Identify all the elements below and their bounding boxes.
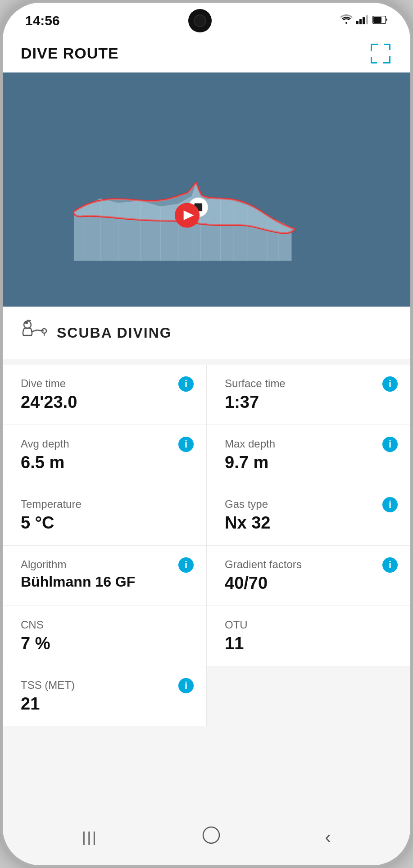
stat-avg-depth: Avg depth 6.5 m i bbox=[3, 425, 207, 485]
svg-rect-5 bbox=[373, 17, 381, 23]
stat-cns-value: 7 % bbox=[21, 634, 188, 653]
stat-dive-time-value: 24'23.0 bbox=[21, 393, 188, 412]
bottom-nav: ||| ‹ bbox=[3, 816, 410, 865]
stat-dive-time-label: Dive time bbox=[21, 377, 188, 390]
stat-max-depth-label: Max depth bbox=[225, 438, 392, 450]
stat-gas-type-label: Gas type bbox=[225, 498, 392, 511]
nav-home-button[interactable] bbox=[202, 826, 220, 848]
stat-avg-depth-label: Avg depth bbox=[21, 438, 188, 450]
gas-type-info-button[interactable]: i bbox=[382, 497, 398, 512]
stats-row-3: Temperature 5 °C Gas type Nx 32 i bbox=[3, 485, 410, 546]
gradient-factors-info-button[interactable]: i bbox=[382, 557, 398, 573]
stat-cns-label: CNS bbox=[21, 619, 188, 631]
stat-dive-time: Dive time 24'23.0 i bbox=[3, 365, 207, 425]
stat-empty bbox=[207, 666, 410, 726]
svg-rect-6 bbox=[3, 74, 410, 305]
stat-algorithm-label: Algorithm bbox=[21, 558, 188, 571]
stat-gradient-factors: Gradient factors 40/70 i bbox=[207, 546, 410, 606]
phone-frame: 14:56 bbox=[0, 0, 413, 868]
header-title: DIVE ROUTE bbox=[21, 45, 119, 62]
camera-notch bbox=[188, 9, 212, 32]
svg-rect-27 bbox=[203, 827, 219, 843]
algorithm-info-button[interactable]: i bbox=[178, 557, 194, 573]
svg-rect-0 bbox=[356, 21, 359, 24]
stat-max-depth: Max depth 9.7 m i bbox=[207, 425, 410, 485]
camera-lens bbox=[194, 14, 206, 27]
avg-depth-info-button[interactable]: i bbox=[178, 437, 194, 452]
tss-info-button[interactable]: i bbox=[178, 678, 194, 693]
header: DIVE ROUTE bbox=[3, 34, 410, 72]
stat-surface-time: Surface time 1:37 i bbox=[207, 365, 410, 425]
battery-icon bbox=[372, 16, 388, 26]
stat-surface-time-label: Surface time bbox=[225, 377, 392, 390]
stat-max-depth-value: 9.7 m bbox=[225, 453, 392, 472]
stats-row-6: TSS (MET) 21 i bbox=[3, 666, 410, 726]
stat-temperature-value: 5 °C bbox=[21, 513, 188, 533]
status-icons bbox=[340, 14, 388, 27]
dive-time-info-button[interactable]: i bbox=[178, 376, 194, 392]
stat-gradient-factors-label: Gradient factors bbox=[225, 558, 392, 571]
stats-row-1: Dive time 24'23.0 i Surface time 1:37 i bbox=[3, 365, 410, 425]
svg-rect-2 bbox=[363, 17, 365, 24]
max-depth-info-button[interactable]: i bbox=[382, 437, 398, 452]
nav-menu-button[interactable]: ||| bbox=[82, 829, 97, 845]
stat-gradient-factors-value: 40/70 bbox=[225, 574, 392, 593]
stat-otu-label: OTU bbox=[225, 619, 392, 631]
stat-temperature-label: Temperature bbox=[21, 498, 188, 511]
stat-surface-time-value: 1:37 bbox=[225, 393, 392, 412]
stats-row-4: Algorithm Bühlmann 16 GF i Gradient fact… bbox=[3, 546, 410, 606]
stat-tss: TSS (MET) 21 i bbox=[3, 666, 207, 726]
stat-gas-type: Gas type Nx 32 i bbox=[207, 485, 410, 545]
stat-algorithm: Algorithm Bühlmann 16 GF i bbox=[3, 546, 207, 606]
svg-rect-1 bbox=[359, 19, 362, 24]
stats-row-2: Avg depth 6.5 m i Max depth 9.7 m i bbox=[3, 425, 410, 485]
scuba-icon bbox=[21, 319, 48, 346]
dive-route-map[interactable] bbox=[3, 72, 410, 307]
stat-tss-label: TSS (MET) bbox=[21, 679, 188, 692]
stat-gas-type-value: Nx 32 bbox=[225, 513, 392, 533]
stat-temperature: Temperature 5 °C bbox=[3, 485, 207, 545]
activity-header: SCUBA DIVING bbox=[3, 307, 410, 359]
stat-cns: CNS 7 % bbox=[3, 606, 207, 666]
stat-otu: OTU 11 bbox=[207, 606, 410, 666]
stat-otu-value: 11 bbox=[225, 634, 392, 653]
stat-tss-value: 21 bbox=[21, 694, 188, 714]
stats-grid: Dive time 24'23.0 i Surface time 1:37 i … bbox=[3, 365, 410, 726]
content-area: SCUBA DIVING Dive time 24'23.0 i Surface… bbox=[3, 307, 410, 816]
status-time: 14:56 bbox=[25, 13, 60, 28]
stat-algorithm-value: Bühlmann 16 GF bbox=[21, 574, 188, 590]
signal-icon bbox=[356, 14, 369, 27]
nav-back-button[interactable]: ‹ bbox=[325, 827, 331, 847]
svg-rect-3 bbox=[366, 15, 368, 24]
wifi-icon bbox=[340, 14, 353, 27]
expand-button[interactable] bbox=[369, 42, 392, 65]
activity-name: SCUBA DIVING bbox=[57, 325, 172, 341]
surface-time-info-button[interactable]: i bbox=[382, 376, 398, 392]
stats-row-5: CNS 7 % OTU 11 bbox=[3, 606, 410, 666]
status-bar: 14:56 bbox=[3, 3, 410, 34]
stat-avg-depth-value: 6.5 m bbox=[21, 453, 188, 472]
